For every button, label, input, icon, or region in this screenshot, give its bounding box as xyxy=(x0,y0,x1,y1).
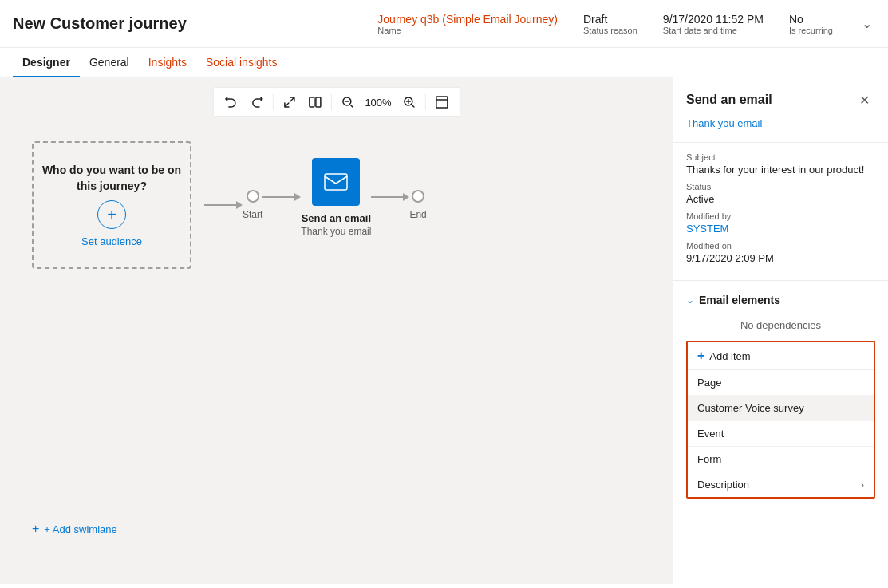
flow-line-1 xyxy=(204,204,236,206)
field-value-modified-on: 9/17/2020 2:09 PM xyxy=(686,252,875,264)
canvas-toolbar: 100% xyxy=(212,87,460,117)
add-item-plus-icon: + xyxy=(697,349,704,363)
add-item-label: Add item xyxy=(709,350,750,362)
field-label-status: Status xyxy=(686,182,875,191)
email-elements-title: Email elements xyxy=(699,294,780,306)
arrow-head-2 xyxy=(294,193,301,201)
start-label: Start xyxy=(243,209,262,220)
journey-canvas: 100% Who do you want to be on this journ… xyxy=(0,77,673,584)
arrow-head-1 xyxy=(236,201,243,209)
meta-status: Draft Status reason xyxy=(583,13,637,35)
fullscreen-button[interactable] xyxy=(431,91,453,113)
tab-bar: Designer General Insights Social insight… xyxy=(0,48,888,77)
journey-flow: Who do you want to be on this journey? +… xyxy=(32,141,427,269)
header-meta: Journey q3b (Simple Email Journey) Name … xyxy=(377,13,875,35)
panel-close-button[interactable]: ✕ xyxy=(853,89,875,111)
add-swimlane-label: + Add swimlane xyxy=(44,523,116,535)
panel-header: Send an email ✕ xyxy=(673,77,888,117)
dropdown-item-description-label: Description xyxy=(697,479,749,491)
toolbar-divider-2 xyxy=(330,94,331,110)
main-layout: 100% Who do you want to be on this journ… xyxy=(0,77,888,584)
arrow-to-start xyxy=(204,201,243,209)
panel-divider-2 xyxy=(673,280,888,281)
field-value-modified-by[interactable]: SYSTEM xyxy=(686,223,875,235)
panel-entity-link[interactable]: Thank you email xyxy=(673,117,888,139)
panel-title: Send an email xyxy=(686,93,772,107)
audience-text: Who do you want to be on this journey? xyxy=(34,163,190,194)
add-swimlane-icon: + xyxy=(32,522,39,536)
audience-plus-button[interactable]: + xyxy=(97,200,126,229)
page-title: New Customer journey xyxy=(13,14,187,33)
page-header: New Customer journey Journey q3b (Simple… xyxy=(0,0,888,48)
dropdown-item-page[interactable]: Page xyxy=(688,370,874,396)
meta-recurring-label: Is recurring xyxy=(789,26,833,35)
tab-general[interactable]: General xyxy=(80,48,139,77)
dropdown-item-description-chevron-icon: › xyxy=(861,479,864,491)
toolbar-divider-3 xyxy=(425,94,426,110)
meta-start-value: 9/17/2020 11:52 PM xyxy=(663,13,764,26)
meta-start-label: Start date and time xyxy=(663,26,764,35)
no-dependencies-text: No dependencies xyxy=(673,313,888,337)
field-label-modified-on: Modified on xyxy=(686,241,875,251)
undo-button[interactable] xyxy=(219,91,242,113)
field-label-modified-by: Modified by xyxy=(686,211,875,221)
dropdown-item-description[interactable]: Description › xyxy=(688,472,874,497)
email-node-icon xyxy=(312,158,360,206)
dropdown-item-customer-voice-survey[interactable]: Customer Voice survey xyxy=(688,396,874,421)
svg-rect-4 xyxy=(436,97,448,108)
meta-status-value: Draft xyxy=(583,13,637,26)
start-node: Start xyxy=(243,190,262,220)
zoom-level: 100% xyxy=(361,97,394,109)
meta-name: Journey q3b (Simple Email Journey) Name xyxy=(377,13,558,35)
add-item-dropdown: + Add item Page Customer Voice survey Ev… xyxy=(686,341,875,499)
end-node: End xyxy=(409,190,426,220)
start-circle xyxy=(247,190,259,203)
email-node-labels: Send an email Thank you email xyxy=(301,212,371,237)
meta-name-label: Name xyxy=(377,26,558,35)
email-node-name: Send an email xyxy=(302,212,371,224)
meta-start: 9/17/2020 11:52 PM Start date and time xyxy=(663,13,764,35)
arrow-to-email xyxy=(262,193,301,201)
end-label: End xyxy=(409,209,426,220)
arrow-to-end xyxy=(371,193,409,201)
email-elements-section[interactable]: ⌄ Email elements xyxy=(673,284,888,313)
set-audience-link[interactable]: Set audience xyxy=(81,235,142,247)
add-item-button[interactable]: + Add item xyxy=(688,342,874,370)
flow-start: Start Send an email xyxy=(204,158,427,253)
svg-rect-5 xyxy=(325,174,347,190)
audience-box: Who do you want to be on this journey? +… xyxy=(32,141,191,269)
panel-divider-1 xyxy=(673,142,888,143)
zoom-in-button[interactable] xyxy=(398,91,420,113)
field-value-subject: Thanks for your interest in our product! xyxy=(686,164,875,176)
meta-recurring: No Is recurring xyxy=(789,13,833,35)
end-circle xyxy=(412,190,424,203)
toolbar-divider-1 xyxy=(272,94,273,110)
field-label-subject: Subject xyxy=(686,152,875,162)
tab-designer[interactable]: Designer xyxy=(13,48,80,77)
tab-social-insights[interactable]: Social insights xyxy=(196,48,287,77)
dropdown-item-form[interactable]: Form xyxy=(688,447,874,472)
email-node-sub: Thank you email xyxy=(301,226,371,237)
flow-line-3 xyxy=(371,196,403,198)
panel-fields: Subject Thanks for your interest in our … xyxy=(673,146,888,277)
flow-line-2 xyxy=(262,196,294,198)
tab-insights[interactable]: Insights xyxy=(139,48,196,77)
split-button[interactable] xyxy=(303,91,326,113)
svg-rect-0 xyxy=(309,97,314,107)
svg-rect-1 xyxy=(315,97,320,107)
arrow-head-3 xyxy=(403,193,409,201)
dropdown-item-event[interactable]: Event xyxy=(688,421,874,447)
email-elements-chevron-icon: ⌄ xyxy=(686,294,694,306)
expand-button[interactable] xyxy=(278,91,300,113)
meta-status-label: Status reason xyxy=(583,26,637,35)
zoom-out-button[interactable] xyxy=(336,91,358,113)
field-value-status: Active xyxy=(686,193,875,205)
meta-recurring-value: No xyxy=(789,13,833,26)
meta-name-value: Journey q3b (Simple Email Journey) xyxy=(377,13,558,26)
header-expand-icon[interactable]: ⌄ xyxy=(858,13,875,34)
redo-button[interactable] xyxy=(245,91,267,113)
right-panel: Send an email ✕ Thank you email Subject … xyxy=(673,77,888,584)
email-node[interactable]: Send an email Thank you email xyxy=(301,158,371,237)
add-swimlane-button[interactable]: + + Add swimlane xyxy=(32,522,117,536)
